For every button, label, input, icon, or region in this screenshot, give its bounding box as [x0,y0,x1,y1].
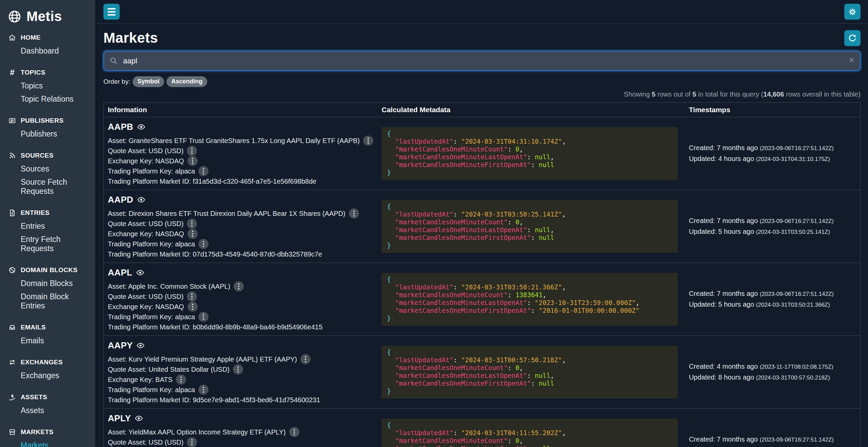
nav-section-entries: ENTRIES [0,207,95,220]
globe-icon [7,9,22,24]
metadata-json: { lastUpdatedAt: 2024-03-31T03:50:25.141… [381,200,677,253]
metadata-json: { lastUpdatedAt: 2024-03-31T00:57:50.218… [381,346,677,399]
updated-timestamp: Updated: 5 hours ago (2024-03-31T03:50:2… [689,299,856,310]
page-content: Markets × Order by: Symbol Ascending Sho… [95,24,868,447]
column-header-timestamps: Timestamps [685,103,861,117]
updated-timestamp: Updated: 8 hours ago (2024-03-31T00:57:5… [689,372,856,383]
kebab-menu-icon[interactable] [289,427,299,437]
sidebar-item-domain-blocks[interactable]: Domain Blocks [0,277,95,290]
view-icon[interactable] [137,123,145,131]
search-input[interactable] [103,51,861,71]
kebab-menu-icon[interactable] [187,291,197,302]
kebab-menu-icon[interactable] [363,136,373,146]
kebab-menu-icon[interactable] [233,364,243,374]
metadata-json: { lastUpdatedAt: 2024-03-31T03:50:21.366… [381,273,677,326]
hash-icon: # [8,68,16,77]
view-icon[interactable] [137,196,145,204]
nav-section-publishers: PUBLISHERS [0,115,95,127]
sidebar-nav: HOME Dashboard # TOPICS Topics Topic Rel… [0,32,95,447]
platform-market-id-label: Trading Platform Market ID: 9d5ce7e9-abd… [108,396,320,404]
clear-search-icon[interactable]: × [849,55,854,65]
exchange-key-label: Exchange Key: NASDAQ [108,157,184,165]
refresh-button[interactable] [844,30,861,46]
table-row: AAPD Asset: Direxion Shares ETF Trust Di… [104,190,861,263]
kebab-menu-icon[interactable] [176,374,186,385]
column-header-calculated-metadata: Calculated Metadata [377,103,685,117]
kebab-menu-icon[interactable] [187,219,197,229]
sidebar-item-markets[interactable]: Markets [0,439,95,447]
kebab-menu-icon[interactable] [349,208,359,219]
kebab-menu-icon[interactable] [300,354,311,364]
kebab-menu-icon[interactable] [198,385,209,395]
sidebar-item-publishers[interactable]: Publishers [0,127,95,141]
market-symbol: APLY [108,413,131,424]
created-timestamp: Created: 4 months ago (2023-11-17T08:02:… [689,361,856,372]
page-title: Markets [103,30,158,46]
nav-section-home: HOME [0,32,95,44]
view-icon[interactable] [135,414,143,422]
sidebar-toggle-button[interactable] [103,4,120,20]
kebab-menu-icon[interactable] [187,437,197,447]
markets-table: Information Calculated Metadata Timestam… [103,102,861,447]
sidebar-item-dashboard[interactable]: Dashboard [0,44,95,58]
metadata-json: { lastUpdatedAt: 2024-03-31T04:31:10.174… [381,127,677,180]
sidebar-item-domain-block-entries[interactable]: Domain Block Entries [0,290,95,312]
view-icon[interactable] [136,269,144,277]
market-symbol: AAPL [108,267,132,278]
home-icon [8,34,16,42]
sidebar-item-topic-relations[interactable]: Topic Relations [0,93,95,106]
asset-label: Asset: Direxion Shares ETF Trust Direxio… [108,210,346,218]
asset-label: Asset: GraniteShares ETF Trust GraniteSh… [108,137,360,145]
platform-key-label: Trading Platform Key: alpaca [108,313,195,321]
sidebar-item-sources[interactable]: Sources [0,162,95,176]
exchange-key-label: Exchange Key: NASDAQ [108,230,184,238]
view-icon[interactable] [137,342,144,349]
kebab-menu-icon[interactable] [187,146,197,156]
column-header-information: Information [104,103,378,117]
rss-icon [8,151,16,160]
search-icon [110,57,118,65]
gear-icon [848,7,857,16]
created-timestamp: Created: 7 months ago (2023-09-06T16:27:… [689,216,856,226]
kebab-menu-icon[interactable] [234,281,244,291]
created-timestamp: Created: 7 months ago (2023-09-06T16:27:… [689,143,856,154]
sidebar-item-assets[interactable]: Assets [0,404,95,417]
asset-label: Asset: YieldMax AAPL Option Income Strat… [108,428,286,436]
kebab-menu-icon[interactable] [188,229,198,239]
metadata-json: { lastUpdatedAt: 2024-03-31T04:11:55.202… [381,419,677,447]
platform-market-id-label: Trading Platform Market ID: b0b6dd9d-8b9… [108,323,322,331]
order-field-badge: Symbol [133,76,164,87]
sidebar-item-emails[interactable]: Emails [0,334,95,347]
store-icon [8,428,16,436]
kebab-menu-icon[interactable] [198,239,209,249]
settings-button[interactable] [844,4,861,20]
table-row: AAPY Asset: Kurv Yield Premium Strategy … [104,336,861,409]
platform-key-label: Trading Platform Key: alpaca [108,167,195,175]
sidebar-item-exchanges[interactable]: Exchanges [0,369,95,382]
newspaper-icon [8,117,16,125]
svg-text:$: $ [11,393,14,398]
platform-market-id-label: Trading Platform Market ID: 07d175d3-454… [108,250,322,258]
sidebar: Metis HOME Dashboard # TOPICS Topics Top… [0,0,95,447]
market-symbol: AAPD [108,195,133,205]
sidebar-item-topics[interactable]: Topics [0,79,95,93]
platform-key-label: Trading Platform Key: alpaca [108,386,195,394]
asset-label: Asset: Apple Inc. Common Stock (AAPL) [108,283,230,290]
kebab-menu-icon[interactable] [188,156,198,166]
nav-section-exchanges: EXCHANGES [0,356,95,369]
sidebar-item-entry-fetch-requests[interactable]: Entry Fetch Requests [0,233,95,255]
platform-market-id-label: Trading Platform Market ID: f31a5d3d-c32… [108,178,316,185]
asset-label: Asset: Kurv Yield Premium Strategy Apple… [108,355,297,363]
brand-logo[interactable]: Metis [0,5,95,32]
kebab-menu-icon[interactable] [188,302,198,312]
kebab-menu-icon[interactable] [198,312,209,322]
nav-section-topics: # TOPICS [0,66,95,79]
kebab-menu-icon[interactable] [198,166,209,176]
quote-asset-label: Quote Asset: USD (USD) [108,439,183,446]
nav-section-domain-blocks: DOMAIN BLOCKS [0,264,95,277]
table-row: AAPB Asset: GraniteShares ETF Trust Gran… [104,117,861,190]
table-header-row: Information Calculated Metadata Timestam… [104,103,861,117]
sidebar-item-source-fetch-requests[interactable]: Source Fetch Requests [0,176,95,198]
sidebar-item-entries[interactable]: Entries [0,220,95,233]
exchange-key-label: Exchange Key: BATS [108,376,173,384]
